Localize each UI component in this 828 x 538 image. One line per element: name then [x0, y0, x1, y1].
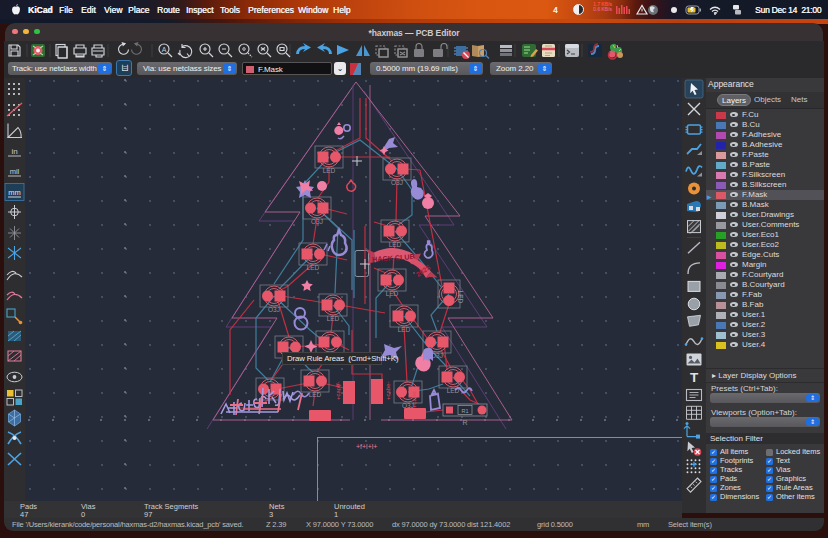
- svg-text:mil: mil: [10, 167, 20, 176]
- svg-text:T: T: [690, 370, 699, 385]
- svg-text:+cabe: +cabe: [411, 391, 417, 408]
- svg-text:+f+l+l+: +f+l+l+: [356, 443, 377, 450]
- svg-text:LED: LED: [457, 291, 464, 304]
- svg-text:LED: LED: [389, 241, 402, 248]
- svg-text:LED: LED: [307, 264, 320, 271]
- svg-text:R: R: [462, 419, 467, 426]
- svg-text:in: in: [11, 147, 17, 156]
- svg-text:HACK CLUB: HACK CLUB: [372, 252, 415, 264]
- svg-text:b-: b-: [336, 382, 341, 388]
- svg-text:R1: R1: [461, 408, 468, 414]
- svg-text:O3J: O3J: [268, 306, 280, 313]
- svg-text:LED: LED: [398, 326, 411, 333]
- svg-text:+cabe-: +cabe-: [385, 381, 391, 400]
- svg-text:A: A: [162, 46, 167, 53]
- svg-text:O3J: O3J: [391, 179, 403, 186]
- svg-text:mm: mm: [8, 188, 21, 197]
- svg-text:LED: LED: [327, 315, 340, 322]
- svg-text:LED: LED: [309, 391, 322, 398]
- svg-text:O3J: O3J: [311, 218, 323, 225]
- svg-text:LED: LED: [386, 290, 399, 297]
- svg-text:LED: LED: [323, 167, 336, 174]
